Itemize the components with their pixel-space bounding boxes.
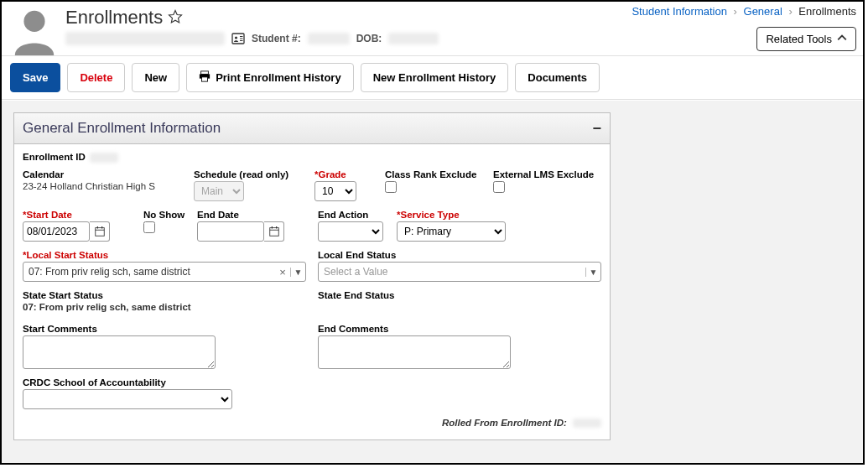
page-title: Enrollments [65, 7, 163, 29]
chevron-down-icon[interactable]: ▼ [585, 268, 600, 277]
state-end-status-label: State End Status [318, 290, 601, 300]
local-start-status-label: *Local Start Status [23, 250, 306, 260]
general-enrollment-panel: General Enrollment Information − Enrollm… [13, 112, 611, 440]
enrollment-id-redacted [90, 153, 118, 163]
svg-point-2 [235, 36, 237, 39]
end-action-select[interactable] [318, 221, 383, 242]
end-comments-textarea[interactable] [318, 335, 511, 369]
svg-rect-6 [201, 71, 209, 75]
new-enrollment-history-button[interactable]: New Enrollment History [361, 63, 509, 92]
dob-redacted [388, 33, 439, 44]
crdc-label: CRDC School of Accountability [23, 377, 232, 387]
schedule-select: Main [194, 181, 244, 201]
student-number-redacted [308, 33, 350, 44]
start-date-calendar-icon[interactable] [90, 221, 110, 242]
start-date-input[interactable] [23, 221, 90, 242]
calendar-label: Calendar [23, 169, 182, 179]
student-name-redacted [65, 32, 225, 45]
new-button[interactable]: New [132, 63, 179, 92]
save-button[interactable]: Save [10, 63, 60, 92]
local-end-status-combo[interactable]: Select a Value ▼ [318, 262, 601, 282]
state-start-status-value: 07: From priv relig sch, same district [23, 302, 306, 312]
printer-icon [199, 70, 211, 85]
svg-point-0 [23, 11, 44, 32]
end-date-input[interactable] [197, 221, 264, 242]
no-show-checkbox[interactable] [143, 221, 155, 233]
state-start-status-label: State Start Status [23, 290, 306, 300]
start-comments-label: Start Comments [23, 324, 306, 334]
svg-rect-13 [269, 228, 278, 237]
svg-rect-9 [95, 228, 104, 237]
class-rank-exclude-label: Class Rank Exclude [385, 169, 481, 179]
service-type-select[interactable]: P: Primary [397, 221, 506, 242]
toolbar: Save Delete New Print Enrollment History… [2, 55, 863, 100]
start-comments-textarea[interactable] [23, 335, 216, 369]
delete-button[interactable]: Delete [67, 63, 125, 92]
external-lms-exclude-label: External LMS Exclude [493, 169, 594, 179]
rolled-from-label: Rolled From Enrollment ID: [23, 418, 601, 428]
collapse-icon[interactable]: − [592, 124, 601, 133]
avatar-icon [10, 7, 59, 55]
end-date-calendar-icon[interactable] [264, 221, 284, 242]
start-date-label: *Start Date [23, 210, 132, 220]
rolled-from-id-redacted [573, 419, 601, 428]
service-type-label: *Service Type [397, 210, 506, 220]
end-action-label: End Action [318, 210, 385, 220]
enrollment-id-label: Enrollment ID [23, 152, 86, 162]
grade-label: *Grade [314, 169, 373, 179]
crdc-select[interactable] [23, 389, 232, 409]
star-icon[interactable] [168, 9, 183, 27]
calendar-value: 23-24 Holland Christian High S [23, 181, 182, 191]
student-number-label: Student #: [252, 33, 301, 44]
grade-select[interactable]: 10 [314, 181, 356, 201]
print-enrollment-history-button[interactable]: Print Enrollment History [186, 63, 354, 92]
panel-title: General Enrollment Information [23, 120, 221, 137]
external-lms-exclude-checkbox[interactable] [493, 181, 505, 193]
class-rank-exclude-checkbox[interactable] [385, 181, 397, 193]
end-comments-label: End Comments [318, 324, 601, 334]
svg-rect-8 [202, 77, 208, 81]
end-date-label: End Date [197, 210, 306, 220]
id-card-icon [231, 32, 245, 45]
dob-label: DOB: [356, 33, 382, 44]
local-start-status-combo[interactable]: 07: From priv relig sch, same district ×… [23, 262, 306, 282]
local-end-status-label: Local End Status [318, 250, 601, 260]
no-show-label: No Show [143, 210, 185, 220]
documents-button[interactable]: Documents [515, 63, 600, 92]
chevron-down-icon[interactable]: ▼ [290, 268, 305, 277]
schedule-label: Schedule (read only) [194, 169, 303, 179]
local-start-clear-icon[interactable]: × [275, 266, 290, 278]
